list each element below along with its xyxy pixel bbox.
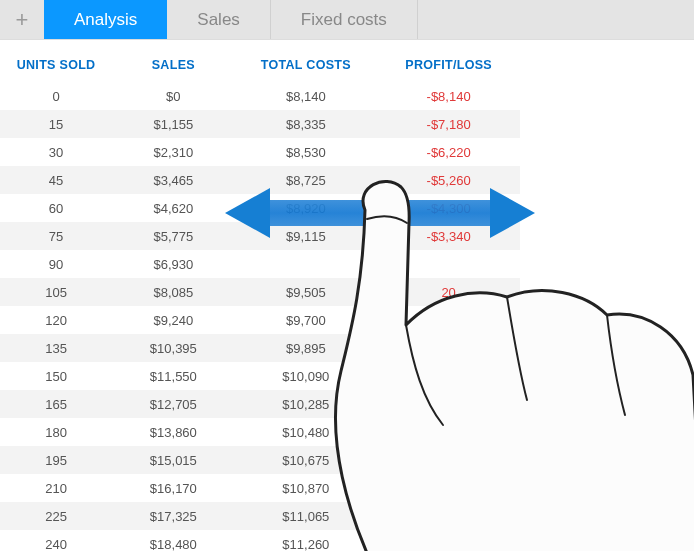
table-cell[interactable]: $8,920 bbox=[235, 194, 378, 222]
tab-label: Analysis bbox=[74, 10, 137, 30]
table-cell[interactable]: 30 bbox=[0, 138, 112, 166]
table-cell[interactable]: $10,395 bbox=[112, 334, 234, 362]
table-cell[interactable]: 105 bbox=[0, 278, 112, 306]
table-cell[interactable]: $9,700 bbox=[235, 306, 378, 334]
col-header-units-sold[interactable]: UNITS SOLD bbox=[0, 48, 112, 82]
table-cell[interactable]: -$5,260 bbox=[377, 166, 520, 194]
table-cell[interactable] bbox=[377, 474, 520, 502]
table-cell[interactable]: -$6,220 bbox=[377, 138, 520, 166]
table-row[interactable]: 135$10,395$9,895 bbox=[0, 334, 520, 362]
table-cell[interactable]: 210 bbox=[0, 474, 112, 502]
table-cell[interactable] bbox=[377, 446, 520, 474]
table-cell[interactable]: 60 bbox=[0, 194, 112, 222]
table-cell[interactable]: $18,480 bbox=[112, 530, 234, 551]
table-row[interactable]: 90$6,930 bbox=[0, 250, 520, 278]
table-cell[interactable]: $10,480 bbox=[235, 418, 378, 446]
spreadsheet-area[interactable]: UNITS SOLD SALES TOTAL COSTS PROFIT/LOSS… bbox=[0, 40, 694, 551]
add-tab-button[interactable]: + bbox=[0, 0, 44, 39]
table-cell[interactable] bbox=[377, 362, 520, 390]
table-cell[interactable]: $16,170 bbox=[112, 474, 234, 502]
table-cell[interactable]: $2,310 bbox=[112, 138, 234, 166]
table-cell[interactable] bbox=[377, 306, 520, 334]
table-cell[interactable]: 20 bbox=[377, 278, 520, 306]
table-row[interactable]: 240$18,480$11,260 bbox=[0, 530, 520, 551]
col-header-total-costs[interactable]: TOTAL COSTS bbox=[235, 48, 378, 82]
table-cell[interactable]: 135 bbox=[0, 334, 112, 362]
table-cell[interactable]: $11,550 bbox=[112, 362, 234, 390]
table-cell[interactable]: $10,675 bbox=[235, 446, 378, 474]
table-cell[interactable]: 45 bbox=[0, 166, 112, 194]
table-cell[interactable]: -$4,300 bbox=[377, 194, 520, 222]
table-row[interactable]: 165$12,705$10,285 bbox=[0, 390, 520, 418]
table-row[interactable]: 0$0$8,140-$8,140 bbox=[0, 82, 520, 110]
tab-analysis[interactable]: Analysis bbox=[44, 0, 167, 39]
table-cell[interactable] bbox=[377, 502, 520, 530]
table-cell[interactable] bbox=[377, 390, 520, 418]
table-cell[interactable] bbox=[377, 334, 520, 362]
table-cell[interactable]: 0 bbox=[0, 82, 112, 110]
tab-bar: + Analysis Sales Fixed costs bbox=[0, 0, 694, 40]
table-cell[interactable]: $8,725 bbox=[235, 166, 378, 194]
table-cell[interactable]: $8,085 bbox=[112, 278, 234, 306]
table-row[interactable]: 120$9,240$9,700 bbox=[0, 306, 520, 334]
table-cell[interactable]: 195 bbox=[0, 446, 112, 474]
table-cell[interactable]: $9,895 bbox=[235, 334, 378, 362]
table-cell[interactable]: $8,140 bbox=[235, 82, 378, 110]
table-cell[interactable] bbox=[377, 418, 520, 446]
table-cell[interactable]: $15,015 bbox=[112, 446, 234, 474]
table-row[interactable]: 195$15,015$10,675 bbox=[0, 446, 520, 474]
table-cell[interactable]: $9,115 bbox=[235, 222, 378, 250]
table-cell[interactable]: $17,325 bbox=[112, 502, 234, 530]
table-cell[interactable]: $1,155 bbox=[112, 110, 234, 138]
table-cell[interactable]: $11,260 bbox=[235, 530, 378, 551]
plus-icon: + bbox=[16, 7, 29, 33]
table-cell[interactable]: $10,090 bbox=[235, 362, 378, 390]
table-row[interactable]: 180$13,860$10,480 bbox=[0, 418, 520, 446]
table-header-row: UNITS SOLD SALES TOTAL COSTS PROFIT/LOSS bbox=[0, 48, 520, 82]
data-table[interactable]: UNITS SOLD SALES TOTAL COSTS PROFIT/LOSS… bbox=[0, 48, 520, 551]
table-cell[interactable]: $12,705 bbox=[112, 390, 234, 418]
table-cell[interactable]: $10,870 bbox=[235, 474, 378, 502]
table-row[interactable]: 75$5,775$9,115-$3,340 bbox=[0, 222, 520, 250]
table-row[interactable]: 105$8,085$9,50520 bbox=[0, 278, 520, 306]
table-cell[interactable]: $5,775 bbox=[112, 222, 234, 250]
table-cell[interactable] bbox=[235, 250, 378, 278]
table-cell[interactable]: -$7,180 bbox=[377, 110, 520, 138]
table-cell[interactable]: 165 bbox=[0, 390, 112, 418]
table-cell[interactable]: 240 bbox=[0, 530, 112, 551]
table-cell[interactable]: 15 bbox=[0, 110, 112, 138]
table-cell[interactable]: 225 bbox=[0, 502, 112, 530]
tab-fixed-costs[interactable]: Fixed costs bbox=[271, 0, 418, 39]
table-cell[interactable]: $4,620 bbox=[112, 194, 234, 222]
table-row[interactable]: 150$11,550$10,090 bbox=[0, 362, 520, 390]
table-cell[interactable]: $8,335 bbox=[235, 110, 378, 138]
table-cell[interactable]: $10,285 bbox=[235, 390, 378, 418]
table-cell[interactable]: $8,530 bbox=[235, 138, 378, 166]
table-cell[interactable]: $9,240 bbox=[112, 306, 234, 334]
tab-label: Sales bbox=[197, 10, 240, 30]
table-cell[interactable] bbox=[377, 530, 520, 551]
table-row[interactable]: 225$17,325$11,065 bbox=[0, 502, 520, 530]
table-row[interactable]: 15$1,155$8,335-$7,180 bbox=[0, 110, 520, 138]
table-cell[interactable]: 180 bbox=[0, 418, 112, 446]
table-cell[interactable]: 90 bbox=[0, 250, 112, 278]
table-cell[interactable]: $0 bbox=[112, 82, 234, 110]
table-cell[interactable]: 120 bbox=[0, 306, 112, 334]
table-cell[interactable]: -$3,340 bbox=[377, 222, 520, 250]
table-row[interactable]: 45$3,465$8,725-$5,260 bbox=[0, 166, 520, 194]
table-row[interactable]: 60$4,620$8,920-$4,300 bbox=[0, 194, 520, 222]
col-header-sales[interactable]: SALES bbox=[112, 48, 234, 82]
table-cell[interactable]: 150 bbox=[0, 362, 112, 390]
table-row[interactable]: 210$16,170$10,870 bbox=[0, 474, 520, 502]
table-cell[interactable]: $13,860 bbox=[112, 418, 234, 446]
table-cell[interactable]: $9,505 bbox=[235, 278, 378, 306]
table-cell[interactable]: $11,065 bbox=[235, 502, 378, 530]
col-header-profit-loss[interactable]: PROFIT/LOSS bbox=[377, 48, 520, 82]
tab-sales[interactable]: Sales bbox=[167, 0, 271, 39]
table-cell[interactable]: -$8,140 bbox=[377, 82, 520, 110]
table-cell[interactable]: 75 bbox=[0, 222, 112, 250]
table-row[interactable]: 30$2,310$8,530-$6,220 bbox=[0, 138, 520, 166]
table-cell[interactable]: $6,930 bbox=[112, 250, 234, 278]
table-cell[interactable] bbox=[377, 250, 520, 278]
table-cell[interactable]: $3,465 bbox=[112, 166, 234, 194]
